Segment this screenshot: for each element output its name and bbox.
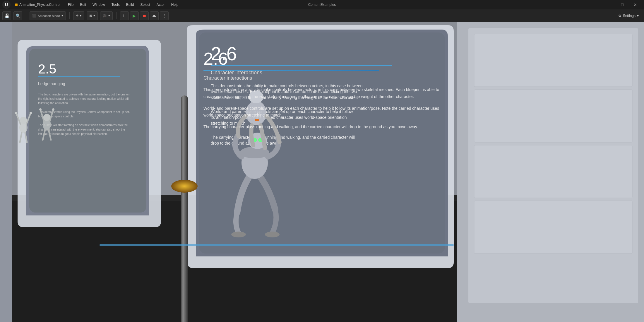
svg-rect-61 (474, 34, 632, 87)
snap-button[interactable]: ⊞ ▾ (87, 11, 98, 20)
menu-help[interactable]: Help (168, 2, 181, 7)
svg-point-23 (20, 117, 27, 124)
eject-button[interactable]: ⏏ (150, 11, 159, 20)
toolbar: 💾 🔍 ⬛ Selection Mode ▾ ✛ ▾ ⊞ ▾ 🎥 ▾ ⏸ ▶ ⏹… (0, 9, 644, 22)
transform-icon: ✛ (76, 14, 78, 18)
svg-rect-48 (100, 244, 454, 246)
snap-chevron: ▾ (93, 14, 95, 18)
selection-mode-icon: ⬛ (32, 14, 36, 18)
svg-text:character can interact with th: character can interact with the environm… (38, 128, 125, 131)
svg-point-22 (30, 112, 32, 114)
transform-button[interactable]: ✛ ▾ (73, 11, 84, 20)
svg-text:following the animation.: following the animation. (38, 102, 69, 105)
svg-rect-46 (181, 95, 188, 322)
title-bar-left: U Animation_PhysicsControl File Edit Win… (2, 1, 181, 9)
maximize-button[interactable]: □ (616, 0, 629, 9)
panel-26-blue-line (203, 70, 379, 71)
svg-point-30 (52, 108, 54, 111)
svg-text:Ledge hanging: Ledge hanging (38, 81, 65, 86)
playback-controls: ⏸ ▶ ⏹ ⏏ ⋮ (120, 11, 169, 20)
svg-text:drop to the ground as you move: drop to the ground as you move away. (211, 141, 280, 145)
window-title: ContentExamples (308, 3, 336, 7)
project-dot (15, 4, 18, 6)
close-button[interactable]: ✕ (629, 0, 642, 9)
logo-text: U (5, 2, 8, 7)
svg-text:the right is simulated to achi: the right is simulated to achieve more n… (38, 97, 129, 100)
ue-logo[interactable]: U (2, 1, 11, 9)
selection-mode-button[interactable]: ⬛ Selection Mode ▾ (30, 11, 66, 20)
menu-build[interactable]: Build (123, 2, 137, 7)
svg-rect-63 (474, 145, 632, 198)
svg-rect-8 (38, 76, 120, 77)
toolbar-separator-1 (26, 12, 26, 19)
project-name-text: Animation_PhysicsControl (19, 3, 60, 7)
camera-chevron: ▾ (108, 14, 110, 18)
svg-rect-62 (474, 90, 632, 142)
svg-text:left mouse button to get a sim: left mouse button to get a simple physic… (38, 132, 108, 136)
svg-point-50 (265, 232, 280, 237)
save-button[interactable]: 💾 (2, 11, 11, 20)
panel-26-content: 2.6 Character interactions This demonstr… (203, 50, 449, 131)
panel-26-body2: World- and parent-space controls are set… (203, 105, 449, 119)
svg-point-21 (15, 112, 17, 114)
svg-text:The button will start rotating: The button will start rotating an obstac… (38, 124, 128, 127)
pause-button[interactable]: ⏸ (120, 11, 129, 20)
menu-bar: File Edit Window Tools Build Select Acto… (65, 2, 181, 7)
selection-mode-chevron: ▾ (61, 14, 63, 18)
svg-text:The two characters are driven : The two characters are driven with the s… (38, 93, 129, 96)
panel-26-body3: The carrying character plays running and… (203, 124, 449, 131)
svg-point-47 (171, 180, 198, 193)
panel-26-number: 2.6 (203, 50, 449, 68)
toolbar-separator-2 (69, 12, 70, 19)
menu-select[interactable]: Select (137, 2, 153, 7)
transform-chevron: ▾ (80, 14, 82, 18)
play-button[interactable]: ▶ (130, 11, 139, 20)
menu-file[interactable]: File (65, 2, 76, 7)
svg-rect-64 (474, 201, 632, 254)
panel-26-body1: This demonstrates the ability to make co… (203, 86, 449, 100)
settings-icon: ⚙ (618, 14, 621, 18)
toolbar-separator-3 (116, 12, 117, 19)
menu-tools[interactable]: Tools (109, 2, 123, 7)
svg-point-49 (231, 232, 246, 237)
svg-rect-5 (0, 22, 12, 322)
camera-button[interactable]: 🎥 ▾ (100, 11, 113, 20)
more-playback-button[interactable]: ⋮ (160, 11, 169, 20)
menu-window[interactable]: Window (90, 2, 108, 7)
svg-point-31 (43, 114, 50, 121)
viewport[interactable]: 2.5 Ledge hanging The two characters are… (0, 22, 644, 322)
svg-point-29 (39, 108, 42, 111)
settings-chevron: ▾ (637, 14, 639, 18)
menu-edit[interactable]: Edit (77, 2, 89, 7)
svg-text:2.5: 2.5 (38, 61, 56, 76)
settings-label: Settings (623, 14, 636, 18)
snap-icon: ⊞ (89, 14, 92, 18)
minimize-button[interactable]: ─ (603, 0, 616, 9)
svg-text:The carrying character plays r: The carrying character plays running and… (211, 135, 355, 140)
menu-actor[interactable]: Actor (154, 2, 168, 7)
stop-button[interactable]: ⏹ (140, 11, 149, 20)
panel-26-subtitle: Character interactions (203, 75, 449, 81)
settings-button[interactable]: ⚙ Settings ▾ (615, 13, 642, 19)
window-controls: ─ □ ✕ (603, 0, 642, 9)
title-bar: U Animation_PhysicsControl File Edit Win… (0, 0, 644, 9)
browse-button[interactable]: 🔍 (13, 11, 22, 20)
selection-mode-label: Selection Mode (38, 14, 60, 18)
camera-icon: 🎥 (103, 14, 107, 18)
project-name: Animation_PhysicsControl (15, 3, 60, 7)
